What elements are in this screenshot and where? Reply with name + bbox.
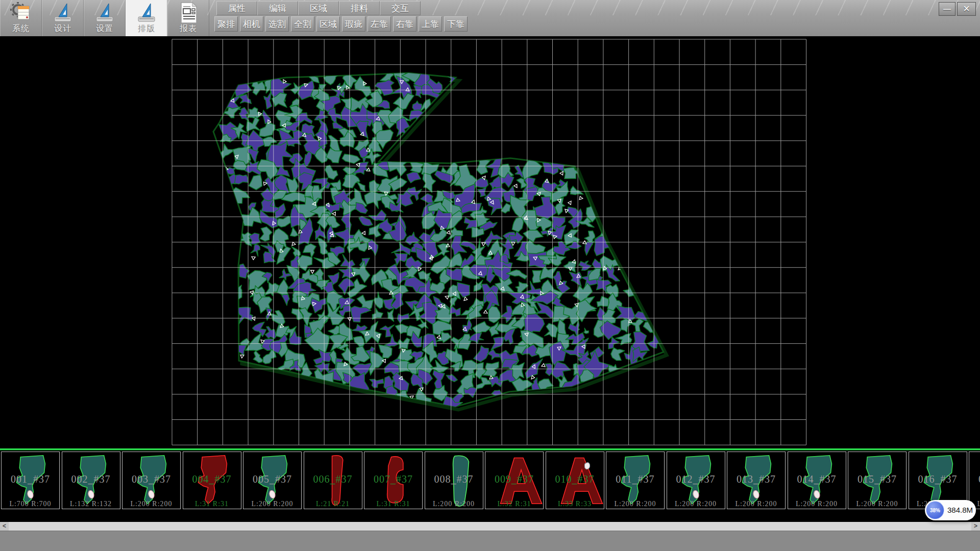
strip-top-border-shadow <box>0 450 980 450</box>
close-button[interactable]: ✕ <box>957 2 976 16</box>
design-ruler-icon <box>42 2 83 24</box>
part-name: 008_#37 <box>425 473 483 485</box>
memory-usage: 384.8M <box>947 500 973 520</box>
part-thumbnail[interactable]: 001_#37L:700 R:700 <box>1 452 60 509</box>
main-nav: 系统设计设置排版报表 <box>0 0 209 36</box>
part-name: 010_#37 <box>546 473 604 485</box>
part-name: 015_#37 <box>848 473 906 485</box>
minimize-button[interactable]: — <box>939 2 955 16</box>
nav-button-label: 系统 <box>1 23 41 34</box>
part-thumbnail[interactable]: 010_#37L:33 R:33 <box>546 452 604 509</box>
part-thumbnail[interactable]: 004_#37L:31 R:31 <box>183 452 241 509</box>
nav-button-label: 排版 <box>126 23 167 34</box>
part-name: 011_#37 <box>606 473 664 485</box>
report-doc-icon <box>168 2 209 24</box>
close-icon: ✕ <box>963 4 970 14</box>
tool-button-defect[interactable]: 瑕疵 <box>342 16 365 32</box>
progress-percent: 38% <box>930 508 940 513</box>
nav-button-label: 设置 <box>84 23 125 34</box>
menu-tab-edit[interactable]: 编辑 <box>257 1 298 15</box>
tool-button-align-right[interactable]: 右靠 <box>393 16 416 32</box>
layout-ruler-icon <box>126 2 167 24</box>
part-lr-count: L:31 R:31 <box>183 500 241 508</box>
part-thumbnail[interactable]: 002_#37L:132 R:132 <box>62 452 120 509</box>
part-thumbnail[interactable]: 003_#37L:200 R:200 <box>122 452 181 509</box>
part-thumbnail[interactable]: 011_#37L:200 R:200 <box>606 452 665 509</box>
menu-tab-nesting[interactable]: 排料 <box>339 1 380 15</box>
part-lr-count: L:32 R:31 <box>485 500 543 508</box>
part-lr-count: L:200 R:200 <box>667 500 725 508</box>
part-name: 009_#37 <box>485 473 543 485</box>
nav-button-label: 报表 <box>168 23 209 34</box>
part-name: 004_#37 <box>183 473 241 485</box>
part-lr-count: L:132 R:132 <box>62 500 120 508</box>
part-name: 013_#37 <box>727 473 785 485</box>
menu-tab-bar: 属性编辑区域排料交互 <box>216 1 421 15</box>
tool-button-align-left[interactable]: 左靠 <box>368 16 391 32</box>
tool-button-camera[interactable]: 相机 <box>240 16 263 32</box>
nav-button-label: 设计 <box>42 23 83 34</box>
part-name: 007_#37 <box>364 473 422 485</box>
nav-button-settings[interactable]: 设置 <box>84 0 126 36</box>
tool-button-region[interactable]: 区域 <box>316 16 340 32</box>
part-lr-count: L:700 R:700 <box>2 500 59 508</box>
part-thumbnail[interactable]: 006_#37L:21 R:21 <box>304 452 362 509</box>
part-thumbnail[interactable]: 008_#37L:200 R:200 <box>425 452 483 509</box>
nav-button-layout[interactable]: 排版 <box>126 0 167 36</box>
menu-tab-region[interactable]: 区域 <box>298 1 339 15</box>
part-name: 005_#37 <box>243 473 301 485</box>
part-thumbnail[interactable]: 005_#37L:200 R:200 <box>243 452 302 509</box>
tool-button-bar: 聚排相机选割全割区域瑕疵左靠右靠上靠下靠 <box>214 16 470 32</box>
toolbar: 系统设计设置排版报表 属性编辑区域排料交互 聚排相机选割全割区域瑕疵左靠右靠上靠… <box>0 0 980 36</box>
part-name: 017_#37 <box>969 473 980 485</box>
horizontal-scrollbar[interactable]: < > <box>0 522 980 531</box>
settings-ruler-icon <box>84 2 125 24</box>
menu-tab-properties[interactable]: 属性 <box>216 1 257 15</box>
parts-strip: 001_#37L:700 R:700002_#37L:132 R:132003_… <box>0 448 980 522</box>
tool-button-cut-all[interactable]: 全割 <box>291 16 314 32</box>
tool-button-align-bottom[interactable]: 下靠 <box>444 16 468 32</box>
nesting-canvas[interactable] <box>0 36 980 448</box>
scrollbar-track[interactable] <box>9 522 971 531</box>
part-thumbnail[interactable]: 007_#37L:31 R:31 <box>364 452 423 509</box>
part-lr-count: L:200 R:200 <box>122 500 180 508</box>
nav-button-system[interactable]: 系统 <box>0 0 42 36</box>
part-name: 012_#37 <box>667 473 725 485</box>
part-lr-count: L:200 R:200 <box>727 500 785 508</box>
part-lr-count: L:200 R:200 <box>243 500 301 508</box>
part-name: 003_#37 <box>122 473 180 485</box>
system-gear-icon <box>1 2 41 24</box>
part-thumbnail[interactable]: 013_#37L:200 R:200 <box>727 452 786 509</box>
application-window: 系统设计设置排版报表 属性编辑区域排料交互 聚排相机选割全割区域瑕疵左靠右靠上靠… <box>0 0 980 551</box>
part-lr-count: L:31 R:31 <box>364 500 422 508</box>
status-bar <box>0 531 980 551</box>
nav-button-design[interactable]: 设计 <box>42 0 84 36</box>
tool-button-select-cut[interactable]: 选割 <box>265 16 289 32</box>
progress-indicator: 38% 384.8M <box>925 500 976 520</box>
part-name: 016_#37 <box>909 473 967 485</box>
part-lr-count: L:200 R:200 <box>788 500 846 508</box>
tool-button-align-top[interactable]: 上靠 <box>419 16 442 32</box>
part-lr-count: L:21 R:21 <box>304 500 362 508</box>
scroll-right-button[interactable]: > <box>971 522 980 531</box>
part-lr-count: L:200 R:200 <box>606 500 664 508</box>
part-name: 014_#37 <box>788 473 846 485</box>
menu-tab-interact[interactable]: 交互 <box>380 1 421 15</box>
part-name: 006_#37 <box>304 473 362 485</box>
part-thumbnail[interactable]: 012_#37L:200 R:200 <box>667 452 725 509</box>
part-name: 001_#37 <box>2 473 59 485</box>
part-lr-count: L:200 R:200 <box>848 500 906 508</box>
part-thumbnail[interactable]: 015_#37L:200 R:200 <box>848 452 906 509</box>
minimize-icon: — <box>943 5 951 13</box>
part-lr-count: L:200 R:200 <box>425 500 483 508</box>
part-thumbnail[interactable]: 009_#37L:32 R:31 <box>485 452 544 509</box>
progress-circle: 38% <box>926 501 944 519</box>
tool-button-cluster-nest[interactable]: 聚排 <box>214 16 238 32</box>
window-controls: — ✕ <box>939 2 976 16</box>
nav-button-report[interactable]: 报表 <box>167 0 209 36</box>
scroll-left-button[interactable]: < <box>0 522 9 531</box>
part-name: 002_#37 <box>62 473 120 485</box>
part-thumbnail[interactable]: 014_#37L:200 R:200 <box>788 452 846 509</box>
nest-drawing <box>0 36 980 448</box>
part-lr-count: L:33 R:33 <box>546 500 604 508</box>
